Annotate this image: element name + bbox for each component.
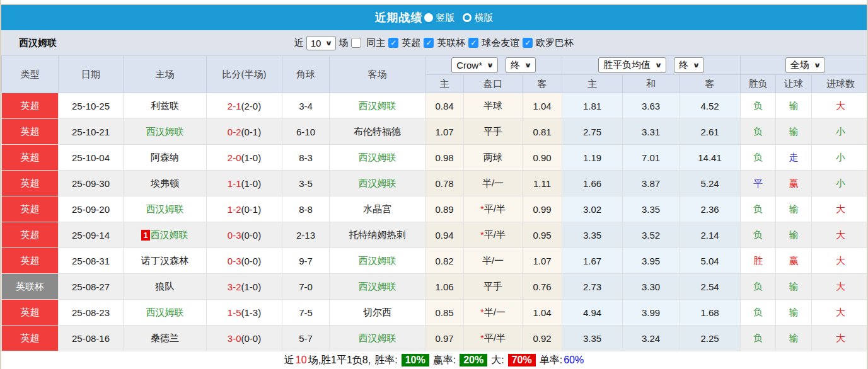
euro-draw-odds-cell: 3.87 bbox=[623, 171, 680, 196]
footer-count: 10 bbox=[296, 355, 307, 366]
home-team-name: 诺丁汉森林 bbox=[141, 255, 188, 266]
league-cell: 英超 bbox=[2, 222, 59, 248]
outcome-cell: 负 bbox=[741, 196, 776, 222]
team-name-heading: 西汉姆联 bbox=[19, 37, 57, 49]
away-team-cell: 西汉姆联 bbox=[330, 171, 425, 196]
league-cell: 英超 bbox=[2, 248, 59, 274]
match-row: 英超25-09-30埃弗顿1-1(1-0)3-5西汉姆联0.78半/一1.111… bbox=[2, 171, 868, 196]
euro-draw-odds-cell: 3.63 bbox=[623, 93, 680, 119]
league-cell: 英联杯 bbox=[2, 274, 59, 300]
euro-odds-time-select[interactable]: 终∨ bbox=[674, 57, 704, 73]
horizontal-layout-label[interactable]: 横版 bbox=[475, 12, 494, 24]
asian-home-odds-cell: 0.98 bbox=[425, 145, 464, 171]
euro-home-odds-cell: 2.73 bbox=[562, 274, 623, 300]
score-cell: 0-3(0-0) bbox=[207, 248, 282, 274]
away-team-name: 西汉姆联 bbox=[359, 281, 396, 292]
euro-home-odds-cell: 3.02 bbox=[562, 196, 623, 222]
away-team-cell: 布伦特福德 bbox=[330, 119, 425, 145]
corner-cell: 8-8 bbox=[282, 196, 330, 222]
home-team-cell: 西汉姆联 bbox=[124, 119, 207, 145]
league-cell: 英超 bbox=[2, 300, 59, 326]
live-star: * bbox=[480, 229, 484, 240]
vertical-layout-label[interactable]: 竖版 bbox=[436, 12, 455, 24]
euro-home-odds-cell: 4.94 bbox=[562, 300, 623, 326]
asian-odds-time-select[interactable]: 终∨ bbox=[506, 57, 536, 73]
scope-select[interactable]: 全场∨ bbox=[785, 57, 825, 73]
league-checkbox-league-cup[interactable]: ✓ bbox=[424, 38, 434, 48]
euro-away-odds-cell: 14.41 bbox=[680, 145, 741, 171]
league-cell: 英超 bbox=[2, 93, 59, 119]
league-cell: 英超 bbox=[2, 171, 59, 196]
goals-cell: 大 bbox=[812, 248, 868, 274]
home-team-cell: 埃弗顿 bbox=[124, 171, 207, 196]
date-cell: 25-08-23 bbox=[59, 300, 124, 326]
handicap-cell: *平/半 bbox=[464, 196, 523, 222]
euro-away-col-header: 客 bbox=[680, 75, 741, 93]
league-checkbox-epl[interactable]: ✓ bbox=[388, 38, 398, 48]
top-strip bbox=[1, 0, 867, 5]
same-home-checkbox[interactable] bbox=[351, 38, 361, 48]
corner-cell: 9-7 bbox=[282, 248, 330, 274]
goals-cell: 小 bbox=[812, 145, 868, 171]
asian-away-odds-cell: 0.76 bbox=[523, 274, 562, 300]
goals-cell: 小 bbox=[812, 171, 868, 196]
match-row: 英联杯25-08-27狼队3-2(1-0)7-0西汉姆联1.06平手0.762.… bbox=[2, 274, 868, 300]
horizontal-layout-radio[interactable] bbox=[463, 13, 472, 22]
handicap-cell: *平/半 bbox=[464, 326, 523, 351]
euro-odds-select[interactable]: 胜平负均值∨ bbox=[598, 57, 666, 73]
outcome-cell: 胜 bbox=[741, 248, 776, 274]
away-team-name: 托特纳姆热刺 bbox=[349, 229, 406, 240]
euro-away-odds-cell: 4.52 bbox=[680, 93, 741, 119]
handicap-result-cell: 输 bbox=[776, 300, 812, 326]
away-team-cell: 水晶宫 bbox=[330, 196, 425, 222]
date-cell: 25-09-30 bbox=[59, 171, 124, 196]
footer-summary: 场,胜1平1负8, bbox=[308, 354, 371, 367]
odds-company-select[interactable]: Crow*∨ bbox=[451, 57, 498, 73]
home-team-name: 狼队 bbox=[156, 281, 175, 292]
league-checkbox-friendly[interactable]: ✓ bbox=[468, 38, 478, 48]
goals-cell: 大 bbox=[812, 93, 868, 119]
date-cell: 25-09-20 bbox=[59, 196, 124, 222]
euro-away-odds-cell: 2.14 bbox=[680, 222, 741, 248]
results-table: 类型 日期 主场 比分(半场) 角球 客场 Crow*∨ 终∨ bbox=[1, 55, 868, 351]
euro-home-odds-cell: 3.35 bbox=[562, 222, 623, 248]
league-cell: 英超 bbox=[2, 196, 59, 222]
date-cell: 25-10-04 bbox=[59, 145, 124, 171]
fulltime-score: 0-2 bbox=[228, 127, 241, 137]
halftime-score: (0-0) bbox=[241, 333, 262, 344]
handicap-result-cell: 输 bbox=[776, 274, 812, 300]
corner-cell: 6-10 bbox=[282, 119, 330, 145]
asian-odds-header-cell: Crow*∨ 终∨ bbox=[425, 56, 562, 75]
outcome-cell: 负 bbox=[741, 300, 776, 326]
match-row: 英超25-08-23西汉姆联1-5(1-3)7-5切尔西0.85*半/一1.04… bbox=[2, 300, 868, 326]
halftime-score: (0-0) bbox=[241, 256, 262, 266]
halftime-score: (0-0) bbox=[241, 230, 262, 241]
match-row: 英超25-08-31诺丁汉森林0-3(0-0)9-7西汉姆联0.82半/一1.0… bbox=[2, 248, 868, 274]
euro-away-odds-cell: 2.25 bbox=[680, 326, 741, 351]
score-cell: 0-3(0-0) bbox=[207, 222, 282, 248]
chevron-down-icon: ∨ bbox=[325, 39, 333, 47]
match-count-select[interactable]: 10∨ bbox=[306, 36, 337, 50]
league-checkbox-europa[interactable]: ✓ bbox=[523, 38, 533, 48]
handicap-cell: 两球 bbox=[464, 145, 523, 171]
away-team-name: 西汉姆联 bbox=[359, 152, 396, 162]
away-team-cell: 切尔西 bbox=[330, 300, 425, 326]
fulltime-score: 0-3 bbox=[228, 256, 241, 266]
asian-away-odds-cell: 0.99 bbox=[523, 196, 562, 222]
fulltime-score: 3-2 bbox=[228, 281, 241, 292]
vertical-layout-radio[interactable] bbox=[424, 13, 433, 22]
home-team-name: 西汉姆联 bbox=[146, 126, 184, 137]
win-rate-badge: 10% bbox=[402, 354, 429, 366]
league-cell: 英超 bbox=[2, 326, 59, 351]
euro-away-odds-cell: 2.36 bbox=[680, 196, 741, 222]
euro-home-odds-cell: 1.81 bbox=[562, 93, 623, 119]
profit-rate-badge: 20% bbox=[460, 354, 487, 366]
corner-cell: 2-13 bbox=[282, 222, 330, 248]
corner-cell: 3-4 bbox=[282, 93, 330, 119]
league-cell: 英超 bbox=[2, 145, 59, 171]
goals-col-header: 进球数 bbox=[812, 75, 868, 93]
home-team-cell: 狼队 bbox=[124, 274, 207, 300]
handicap-result-cell: 赢 bbox=[776, 171, 812, 196]
score-cell: 2-0(1-0) bbox=[207, 145, 282, 171]
euro-home-odds-cell: 1.67 bbox=[562, 248, 623, 274]
